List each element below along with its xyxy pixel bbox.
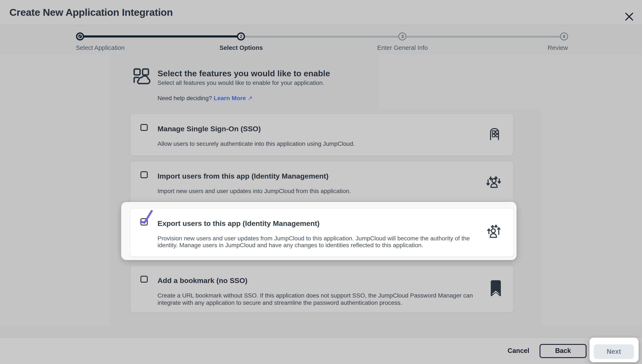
feature-title: Export users to this app (Identity Manag… [157, 219, 320, 228]
create-app-integration-modal: Create New Application Integration ✓ Sel… [0, 0, 642, 364]
prev-card-bottom-edge [130, 202, 514, 204]
spotlight-next-button: Next [589, 338, 638, 362]
feature-card-export-users[interactable]: Export users to this app (Identity Manag… [130, 208, 514, 257]
export-users-icon [486, 224, 502, 241]
export-users-checkbox[interactable] [140, 218, 147, 225]
spotlight-export-card: Export users to this app (Identity Manag… [121, 202, 517, 260]
feature-description: Provision new users and user updates fro… [157, 235, 488, 249]
tutorial-dim-overlay [0, 0, 642, 364]
next-button[interactable]: Next [594, 344, 634, 359]
